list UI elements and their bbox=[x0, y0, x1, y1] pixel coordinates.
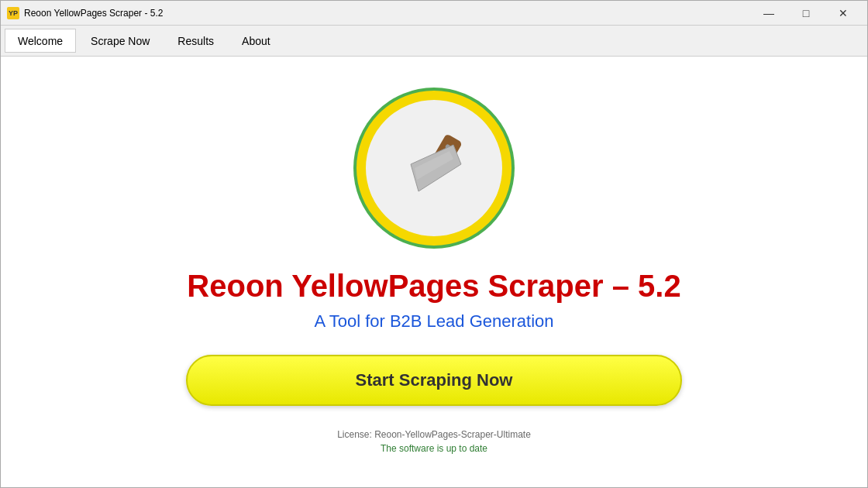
app-window: YP Reoon YellowPages Scraper - 5.2 — □ ✕… bbox=[0, 0, 868, 488]
menu-item-scrape-now[interactable]: Scrape Now bbox=[78, 29, 163, 53]
app-subtitle: A Tool for B2B Lead Generation bbox=[314, 311, 553, 332]
menu-item-welcome[interactable]: Welcome bbox=[5, 29, 76, 53]
minimize-button[interactable]: — bbox=[751, 2, 787, 25]
close-button[interactable]: ✕ bbox=[825, 2, 861, 25]
menu-label-scrape-now: Scrape Now bbox=[91, 35, 150, 47]
app-icon: YP bbox=[7, 7, 19, 19]
menu-item-results[interactable]: Results bbox=[164, 29, 227, 53]
license-text: License: Reoon-YellowPages-Scraper-Ultim… bbox=[337, 429, 531, 440]
menu-bar: Welcome Scrape Now Results About bbox=[1, 26, 867, 57]
menu-label-about: About bbox=[242, 35, 270, 47]
app-icon-text: YP bbox=[9, 9, 18, 17]
window-controls: — □ ✕ bbox=[751, 2, 861, 25]
menu-label-welcome: Welcome bbox=[18, 35, 63, 47]
start-scraping-button[interactable]: Start Scraping Now bbox=[186, 355, 682, 406]
update-status: The software is up to date bbox=[337, 443, 531, 454]
maximize-button[interactable]: □ bbox=[788, 2, 824, 25]
main-content: Reoon YellowPages Scraper – 5.2 A Tool f… bbox=[1, 57, 867, 487]
app-logo bbox=[356, 91, 512, 246]
license-info: License: Reoon-YellowPages-Scraper-Ultim… bbox=[337, 429, 531, 454]
title-bar: YP Reoon YellowPages Scraper - 5.2 — □ ✕ bbox=[1, 1, 867, 26]
window-title: Reoon YellowPages Scraper - 5.2 bbox=[24, 8, 751, 19]
menu-item-about[interactable]: About bbox=[229, 29, 284, 53]
app-title: Reoon YellowPages Scraper – 5.2 bbox=[187, 269, 680, 304]
scraper-svg-icon bbox=[388, 122, 480, 215]
menu-label-results: Results bbox=[177, 35, 214, 47]
